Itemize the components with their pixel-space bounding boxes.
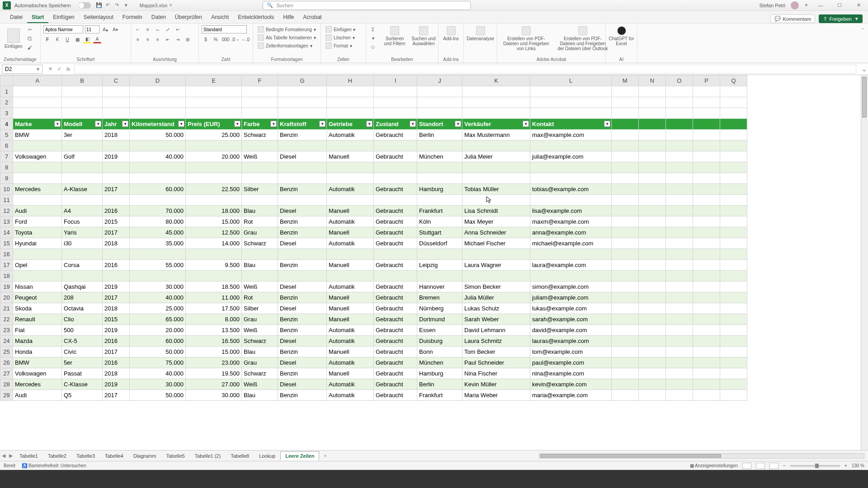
table-header-cell[interactable]: Jahr▾ <box>103 119 130 130</box>
cell[interactable]: Weiß <box>242 379 278 390</box>
row-header[interactable]: 10 <box>0 184 13 195</box>
row-header[interactable]: 29 <box>0 390 13 401</box>
cell[interactable] <box>130 195 186 206</box>
cell[interactable]: Benzin <box>278 368 327 379</box>
cell[interactable]: Grau <box>242 227 278 238</box>
cell[interactable] <box>130 86 186 97</box>
cell[interactable] <box>242 173 278 184</box>
col-header[interactable]: O <box>666 75 693 86</box>
cell[interactable]: Duisburg <box>417 336 462 347</box>
cell[interactable] <box>666 292 693 303</box>
thousands-icon[interactable]: 000 <box>222 35 230 43</box>
cell[interactable] <box>720 390 747 401</box>
cell[interactable] <box>666 173 693 184</box>
table-header-cell[interactable]: Marke▾ <box>13 119 62 130</box>
cell[interactable] <box>720 86 747 97</box>
cell[interactable] <box>639 97 666 108</box>
cell[interactable] <box>327 162 374 173</box>
cell[interactable] <box>693 184 720 195</box>
cell[interactable]: David Lehmann <box>462 325 530 336</box>
cell[interactable] <box>374 173 417 184</box>
row-header[interactable]: 22 <box>0 314 13 325</box>
cell[interactable] <box>639 325 666 336</box>
cell[interactable]: 2018 <box>103 303 130 314</box>
cell[interactable]: Gebraucht <box>374 206 417 216</box>
zoom-slider[interactable] <box>790 465 840 467</box>
cell[interactable]: Manuell <box>327 303 374 314</box>
cell[interactable]: Schwarz <box>242 238 278 249</box>
cell[interactable] <box>639 195 666 206</box>
cell[interactable]: Opel <box>13 260 62 271</box>
save-icon[interactable]: 💾 <box>94 1 104 10</box>
cell[interactable]: lauras@example.com <box>530 336 612 347</box>
cell[interactable]: laura@example.com <box>530 260 612 271</box>
cell[interactable]: 40.000 <box>130 151 186 162</box>
cell[interactable]: michael@example.com <box>530 238 612 249</box>
cell[interactable] <box>693 141 720 151</box>
cell[interactable] <box>612 325 639 336</box>
cell[interactable]: 60.000 <box>130 184 186 195</box>
cell[interactable] <box>720 151 747 162</box>
cell[interactable]: 2017 <box>103 227 130 238</box>
cell[interactable]: Benzin <box>278 314 327 325</box>
bold-icon[interactable]: F <box>43 35 52 43</box>
cell[interactable]: 15.000 <box>186 216 242 227</box>
row-header[interactable]: 11 <box>0 195 13 206</box>
decrease-indent-icon[interactable]: ⇤ <box>164 35 172 43</box>
cell[interactable]: 35.000 <box>130 238 186 249</box>
cell[interactable] <box>278 249 327 260</box>
cell[interactable] <box>666 282 693 292</box>
col-header[interactable]: D <box>130 75 186 86</box>
cell[interactable] <box>103 271 130 282</box>
cell[interactable]: Gebraucht <box>374 292 417 303</box>
cell[interactable] <box>62 195 103 206</box>
sheet-tab[interactable]: Tabelle3 <box>71 451 100 460</box>
cell[interactable] <box>327 195 374 206</box>
cell[interactable] <box>720 97 747 108</box>
cell[interactable] <box>186 141 242 151</box>
col-header[interactable]: J <box>417 75 462 86</box>
cell[interactable] <box>666 151 693 162</box>
table-header-cell[interactable]: Zustand▾ <box>374 119 417 130</box>
sheet-tab[interactable]: Tabelle1 <box>14 451 43 460</box>
cell[interactable]: Rot <box>242 292 278 303</box>
pdf-share-link-button[interactable]: Erstellen von PDF-Dateien und Freigeben … <box>500 25 552 52</box>
cell[interactable] <box>62 108 103 119</box>
cell[interactable] <box>720 162 747 173</box>
cell[interactable]: BMW <box>13 130 62 141</box>
cell[interactable] <box>720 216 747 227</box>
cell[interactable]: Golf <box>62 151 103 162</box>
cell[interactable]: Benzin <box>278 216 327 227</box>
cell[interactable] <box>720 336 747 347</box>
cell[interactable] <box>242 249 278 260</box>
cell[interactable] <box>103 86 130 97</box>
increase-font-icon[interactable]: A▴ <box>101 25 109 33</box>
cell[interactable] <box>186 195 242 206</box>
cell[interactable] <box>639 184 666 195</box>
cell[interactable] <box>374 162 417 173</box>
cell[interactable] <box>720 195 747 206</box>
cell[interactable] <box>186 86 242 97</box>
cell[interactable] <box>242 141 278 151</box>
cell[interactable]: 25.000 <box>130 303 186 314</box>
cell[interactable] <box>13 195 62 206</box>
cell[interactable] <box>62 162 103 173</box>
col-header[interactable]: Q <box>720 75 747 86</box>
cell[interactable] <box>639 271 666 282</box>
cell[interactable] <box>639 238 666 249</box>
cell[interactable] <box>612 238 639 249</box>
cell[interactable]: Manuell <box>327 368 374 379</box>
cell[interactable] <box>417 97 462 108</box>
cell[interactable] <box>720 292 747 303</box>
row-header[interactable]: 15 <box>0 238 13 249</box>
cell[interactable] <box>639 130 666 141</box>
cell[interactable]: david@example.com <box>530 325 612 336</box>
table-header-cell[interactable]: Kraftstoff▾ <box>278 119 327 130</box>
cell[interactable] <box>639 390 666 401</box>
cell[interactable] <box>612 130 639 141</box>
cell[interactable]: Gebraucht <box>374 260 417 271</box>
cell[interactable] <box>612 249 639 260</box>
cell[interactable] <box>666 368 693 379</box>
cell[interactable] <box>612 195 639 206</box>
cell[interactable]: 2016 <box>103 336 130 347</box>
